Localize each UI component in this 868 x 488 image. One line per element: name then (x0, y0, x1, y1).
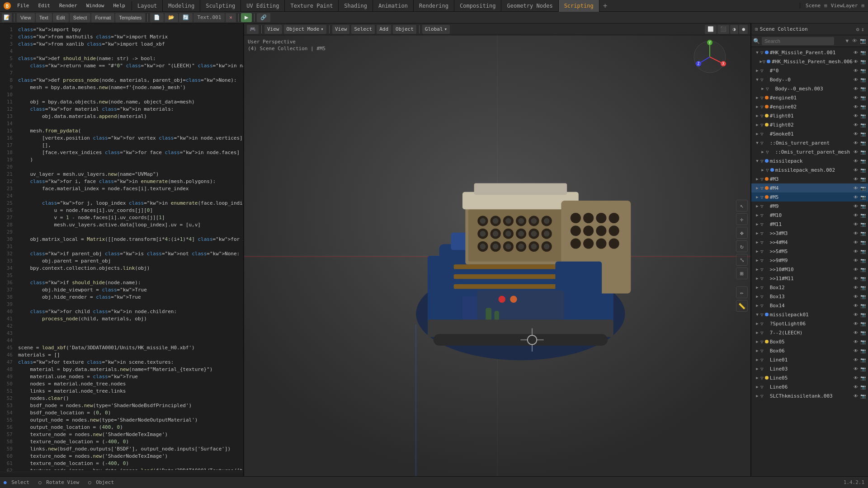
render-icon-24[interactable]: 📷 (860, 266, 866, 272)
editor-scrollbar[interactable] (0, 472, 243, 476)
tree-item-27[interactable]: ▶ ▽ Box13 👁 📷 (751, 292, 868, 301)
tree-item-25[interactable]: ▶ ▽ >>11#M11 👁 📷 (751, 274, 868, 283)
visibility-icon-4[interactable]: 👁 (853, 85, 859, 92)
tree-item-38[interactable]: ▶ ▽ SLCThkmissiletank.003 👁 📷 (751, 391, 868, 400)
tree-item-31[interactable]: ▶ ▽ 7--2(LEECH) 👁 📷 (751, 328, 868, 337)
visibility-icon-14[interactable]: 👁 (853, 176, 859, 182)
tree-item-19[interactable]: ▶ ▽ #M11 👁 📷 (751, 220, 868, 229)
render-icon-5[interactable]: 📷 (860, 94, 866, 101)
visibility-icon-30[interactable]: 👁 (853, 320, 859, 327)
tree-item-2[interactable]: ▶ ▽ #°0 👁 📷 (751, 66, 868, 75)
tree-item-12[interactable]: ▼ ▽ missilepack 👁 📷 (751, 156, 868, 165)
tree-item-32[interactable]: ▶ ▽ Box05 👁 📷 (751, 337, 868, 346)
visibility-icon-19[interactable]: 👁 (853, 221, 859, 227)
visibility-icon-35[interactable]: 👁 (853, 366, 859, 372)
vp-view2[interactable]: View (332, 25, 350, 34)
tree-item-8[interactable]: ▶ ▽ #light02 👁 📷 (751, 120, 868, 129)
scale-tool[interactable]: ⤡ (736, 254, 748, 266)
render-icon-31[interactable]: 📷 (860, 329, 866, 336)
outliner-filter-btn[interactable]: ⚙ (856, 26, 859, 33)
tree-item-23[interactable]: ▶ ▽ >>9#M9 👁 📷 (751, 256, 868, 265)
visibility-icon-3[interactable]: 👁 (853, 76, 859, 83)
render-icon-0[interactable]: 📷 (860, 49, 866, 56)
render-icon-29[interactable]: 📷 (860, 311, 866, 318)
visibility-icon-16[interactable]: 👁 (853, 194, 859, 200)
visibility-icon-29[interactable]: 👁 (853, 311, 859, 318)
visibility-icon-9[interactable]: 👁 (853, 131, 859, 137)
close-text-btn[interactable]: ✕ (226, 13, 236, 22)
render-icon-1[interactable]: 📷 (860, 58, 866, 65)
sync-btn[interactable]: 🔗 (257, 13, 270, 22)
visibility-icon-27[interactable]: 👁 (853, 293, 859, 300)
add-workspace-tab[interactable]: + (599, 0, 611, 12)
render-icon-32[interactable]: 📷 (860, 338, 866, 345)
visibility-icon-12[interactable]: 👁 (853, 158, 859, 164)
outliner-sort-btn[interactable]: ↕ (861, 26, 864, 33)
tree-item-9[interactable]: ▶ ▽ #Smoke01 👁 📷 (751, 129, 868, 138)
tree-item-36[interactable]: ▶ ▽ Line05 👁 📷 (751, 373, 868, 382)
render-icon-11[interactable]: 📷 (860, 149, 866, 155)
visibility-icon-8[interactable]: 👁 (853, 122, 859, 128)
tab-compositing[interactable]: Compositing (454, 0, 501, 12)
tab-scripting[interactable]: Scripting (559, 0, 599, 12)
cursor-tool[interactable]: ✛ (736, 213, 748, 225)
tree-item-15[interactable]: ▶ ▽ #M4 👁 📷 (751, 183, 868, 192)
visibility-icon-38[interactable]: 👁 (853, 393, 859, 399)
visibility-icon-20[interactable]: 👁 (853, 230, 859, 236)
render-icon-15[interactable]: 📷 (860, 185, 866, 191)
tab-texture-paint[interactable]: Texture Paint (285, 0, 339, 12)
tree-item-18[interactable]: ▶ ▽ #M10 👁 📷 (751, 211, 868, 220)
tree-item-11[interactable]: ▶ ▽ ::Omis_turret_parent_mesh 👁 📷 (751, 147, 868, 156)
render-icon-9[interactable]: 📷 (860, 131, 866, 137)
edit-menu-btn[interactable]: Edit (53, 13, 69, 22)
render-icon-33[interactable]: 📷 (860, 347, 866, 354)
tree-item-3[interactable]: ▼ ▽ Body--0 👁 📷 (751, 75, 868, 84)
tab-geometry-nodes[interactable]: Geometry Nodes (501, 0, 558, 12)
view-menu-btn[interactable]: View (17, 13, 35, 22)
measure-tool[interactable]: 📏 (736, 300, 748, 312)
tree-item-34[interactable]: ▶ ▽ Line01 👁 📷 (751, 355, 868, 364)
tab-shading[interactable]: Shading (339, 0, 373, 12)
tree-item-37[interactable]: ▶ ▽ Line06 👁 📷 (751, 382, 868, 391)
visibility-icon-26[interactable]: 👁 (853, 284, 859, 291)
render-icon-25[interactable]: 📷 (860, 275, 866, 282)
vp-object[interactable]: Object (393, 25, 416, 34)
render-icon-17[interactable]: 📷 (860, 203, 866, 209)
tree-item-20[interactable]: ▶ ▽ >>3#M3 👁 📷 (751, 229, 868, 238)
tree-item-13[interactable]: ▶ ▽ missilepack_mesh.002 👁 📷 (751, 165, 868, 174)
tab-animation[interactable]: Animation (373, 0, 414, 12)
vp-shading-solid[interactable]: ⬛ (717, 25, 729, 34)
visibility-icon-21[interactable]: 👁 (853, 239, 859, 245)
viewport-canvas[interactable]: User Perspective (4) Scene Collection | … (244, 35, 750, 476)
visibility-icon-37[interactable]: 👁 (853, 384, 859, 390)
rotate-tool[interactable]: ↻ (736, 240, 748, 252)
visibility-icon-33[interactable]: 👁 (853, 347, 859, 354)
visibility-toggle[interactable]: 👁 (852, 38, 857, 44)
render-icon-16[interactable]: 📷 (860, 194, 866, 200)
visibility-icon-1[interactable]: 👁 (853, 58, 859, 65)
vp-editor-type[interactable]: 🎮 (247, 25, 259, 34)
tree-item-0[interactable]: ▼ ▽ #HK_Missile_Parent.001 👁 📷 (751, 48, 868, 57)
visibility-icon-2[interactable]: 👁 (853, 67, 859, 74)
menu-window[interactable]: Window (83, 1, 108, 10)
render-icon-27[interactable]: 📷 (860, 293, 866, 300)
tree-item-30[interactable]: ▶ ▽ ?SpotLight06 👁 📷 (751, 319, 868, 328)
tree-item-29[interactable]: ▼ ▽ missilepack01 👁 📷 (751, 310, 868, 319)
tree-item-33[interactable]: ▶ ▽ Box06 👁 📷 (751, 346, 868, 355)
tree-item-10[interactable]: ▼ ▽ ::Omis_turret_parent 👁 📷 (751, 138, 868, 147)
text-menu-btn[interactable]: Text (36, 13, 52, 22)
render-icon-14[interactable]: 📷 (860, 176, 866, 182)
vp-view-menu[interactable]: View (264, 25, 282, 34)
3d-viewport[interactable]: 🎮 View Object Mode ▾ View Select Add Obj… (244, 23, 750, 476)
orientation-gizmo[interactable]: Y X Z (692, 39, 728, 76)
view-layer-selector[interactable]: ViewLayer (829, 3, 860, 9)
select-menu-btn[interactable]: Select (70, 13, 91, 22)
new-text-btn[interactable]: 📄 (150, 13, 164, 22)
render-icon-13[interactable]: 📷 (860, 167, 866, 173)
render-icon-30[interactable]: 📷 (860, 320, 866, 327)
format-menu-btn[interactable]: Format (91, 13, 114, 22)
tab-sculpting[interactable]: Sculpting (200, 0, 241, 12)
visibility-icon-36[interactable]: 👁 (853, 375, 859, 381)
render-icon-7[interactable]: 📷 (860, 113, 866, 119)
render-icon-8[interactable]: 📷 (860, 122, 866, 128)
